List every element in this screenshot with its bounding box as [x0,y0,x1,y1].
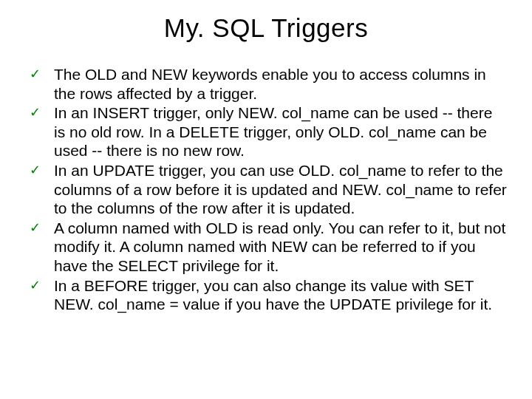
checkmark-icon: ✓ [30,219,41,236]
checkmark-icon: ✓ [30,276,41,294]
bullet-text: In a BEFORE trigger, you can also change… [54,276,507,314]
list-item: ✓ In an INSERT trigger, only NEW. col_na… [30,103,507,160]
bullet-text: A column named with OLD is read only. Yo… [54,219,507,276]
bullet-list: ✓ The OLD and NEW keywords enable you to… [25,65,507,314]
page-title: My. SQL Triggers [25,13,507,43]
list-item: ✓ A column named with OLD is read only. … [30,219,507,276]
list-item: ✓ The OLD and NEW keywords enable you to… [30,65,507,103]
bullet-text: In an UPDATE trigger, you can use OLD. c… [54,161,507,218]
checkmark-icon: ✓ [30,103,41,121]
list-item: ✓ In an UPDATE trigger, you can use OLD.… [30,161,507,218]
bullet-text: In an INSERT trigger, only NEW. col_name… [54,103,507,160]
bullet-text: The OLD and NEW keywords enable you to a… [54,65,507,103]
list-item: ✓ In a BEFORE trigger, you can also chan… [30,276,507,314]
checkmark-icon: ✓ [30,161,41,179]
checkmark-icon: ✓ [30,65,41,83]
